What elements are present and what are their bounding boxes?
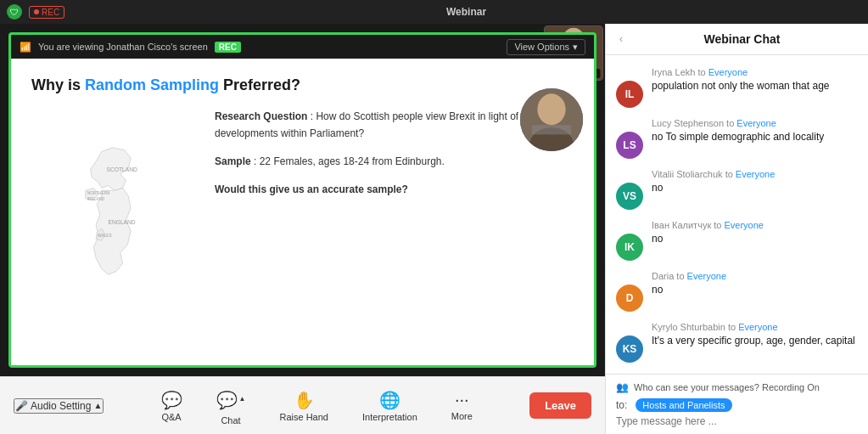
- audio-setting-label: Audio Setting: [31, 400, 91, 412]
- chat-caret-icon: ▲: [239, 395, 246, 403]
- toolbar-left: 🎤 Audio Setting ▲: [14, 398, 104, 414]
- message-text: population not only the woman that age: [652, 79, 858, 93]
- recording-status: Who can see your messages? Recording On: [634, 382, 820, 392]
- interpretation-button[interactable]: 🌐 Interpretation: [357, 386, 423, 426]
- video-main: Jonathan Cisco ⤢ ⊞ 📶 You are viewing Jon…: [0, 24, 605, 376]
- sender-name: Іван Калитчук: [652, 220, 711, 230]
- signal-icon: 📶: [20, 42, 31, 53]
- chat-input-row: [616, 415, 858, 427]
- to-text: to: [726, 118, 736, 128]
- ni-label2: IRELAND: [87, 197, 105, 201]
- svg-rect-6: [532, 125, 571, 134]
- message-body: Lucy Stephenson to Everyone no To simple…: [652, 118, 858, 144]
- message-meta: Lucy Stephenson to Everyone: [652, 118, 858, 128]
- svg-point-4: [537, 93, 565, 125]
- sender-name: Kyrylo Shturbabin: [652, 322, 725, 332]
- toolbar-right: Leave: [529, 392, 591, 419]
- avatar-circle: IK: [616, 234, 643, 261]
- chevron-up-icon: ▲: [93, 401, 102, 410]
- message-meta: Daria to Everyone: [652, 271, 858, 281]
- avatar-circle: D: [616, 285, 643, 312]
- message-body: Iryna Lekh to Everyone population not on…: [652, 67, 858, 93]
- chat-icon-row: 💬 ▲: [211, 386, 251, 414]
- message-meta: Vitalii Stoliarchuk to Everyone: [652, 169, 858, 179]
- chevron-down-icon: ▾: [573, 42, 578, 53]
- avatar-circle: LS: [616, 132, 643, 159]
- chat-panel: ‹ Webinar Chat IL Iryna Lekh to Everyone…: [605, 24, 868, 434]
- chat-message: IL Iryna Lekh to Everyone population not…: [606, 62, 868, 113]
- recipient-name: Everyone: [736, 169, 775, 179]
- to-text: to: [728, 322, 738, 332]
- viewing-text: You are viewing Jonathan Cisco's screen: [38, 42, 208, 52]
- to-text: to: [714, 220, 724, 230]
- rec-label: REC: [215, 42, 241, 53]
- slide-content: Why is Random Sampling Preferred?: [11, 59, 594, 365]
- more-button[interactable]: ··· More: [446, 386, 478, 425]
- presentation-content: Why is Random Sampling Preferred?: [11, 59, 594, 365]
- chat-title: Webinar Chat: [630, 32, 854, 46]
- avatar-circle: KS: [616, 335, 643, 363]
- back-arrow-icon[interactable]: ‹: [619, 33, 623, 45]
- screen-share-bar: 📶 You are viewing Jonathan Cisco's scree…: [11, 35, 594, 59]
- to-text: to: [725, 169, 736, 179]
- chat-input[interactable]: [616, 415, 858, 427]
- recipient-name: Everyone: [725, 220, 764, 230]
- more-icon: ···: [455, 390, 469, 409]
- chat-messages: IL Iryna Lekh to Everyone population not…: [606, 55, 868, 374]
- leave-button[interactable]: Leave: [529, 392, 591, 419]
- message-body: Kyrylo Shturbabin to Everyone It's a ver…: [652, 322, 858, 348]
- recipient-name: Everyone: [708, 67, 748, 77]
- raise-hand-button[interactable]: ✋ Raise Hand: [274, 386, 333, 426]
- message-body: Daria to Everyone no: [652, 271, 858, 297]
- audio-setting-button[interactable]: 🎤 Audio Setting ▲: [14, 398, 104, 414]
- participant-avatar: [520, 88, 583, 151]
- chat-message: D Daria to Everyone no: [606, 266, 868, 317]
- chat-message: LS Lucy Stephenson to Everyone no To sim…: [606, 113, 868, 164]
- message-text: no: [652, 232, 858, 246]
- sender-name: Lucy Stephenson: [652, 118, 724, 128]
- chat-footer: 👥 Who can see your messages? Recording O…: [606, 374, 868, 434]
- hosts-panelists-badge[interactable]: Hosts and Panelists: [636, 398, 731, 412]
- slide-title: Why is Random Sampling Preferred?: [31, 76, 574, 95]
- to-text: to: [697, 67, 708, 77]
- slide-body: SCOTLAND NORTHERN IRELAND WALES ENGLAND …: [31, 109, 574, 348]
- message-body: Іван Калитчук to Everyone no: [652, 220, 858, 246]
- recipient-name: Everyone: [738, 322, 777, 332]
- recipient-name: Everyone: [736, 118, 776, 128]
- qa-icon: 💬: [161, 390, 182, 410]
- toolbar-center: 💬 Q&A 💬 ▲ Chat ✋ Raise Hand: [104, 386, 529, 426]
- message-meta: Іван Калитчук to Everyone: [652, 220, 858, 230]
- rec-dot: [34, 9, 39, 14]
- rec-badge: REC: [29, 6, 64, 19]
- microphone-icon: 🎤: [15, 400, 28, 412]
- main-content: Jonathan Cisco ⤢ ⊞ 📶 You are viewing Jon…: [0, 24, 868, 434]
- message-text: no: [652, 283, 858, 297]
- sender-name: Daria: [652, 271, 674, 281]
- to-text: to: [676, 271, 686, 281]
- chat-button[interactable]: 💬 ▲: [211, 386, 251, 414]
- map-area: SCOTLAND NORTHERN IRELAND WALES ENGLAND: [31, 109, 201, 348]
- recipient-name: Everyone: [687, 271, 726, 281]
- avatar-circle: VS: [616, 183, 643, 210]
- more-label: More: [451, 411, 473, 421]
- message-text: no: [652, 181, 858, 195]
- sender-name: Iryna Lekh: [652, 67, 695, 77]
- security-shield-icon: 🛡: [7, 4, 22, 20]
- slide-text: Research Question : How do Scottish peop…: [215, 109, 574, 348]
- window-title: Webinar: [71, 6, 861, 18]
- england-label: ENGLAND: [108, 219, 135, 225]
- qa-button[interactable]: 💬 Q&A: [156, 386, 188, 426]
- chat-label: Chat: [221, 415, 240, 426]
- message-meta: Iryna Lekh to Everyone: [652, 67, 858, 77]
- ni-label: NORTHERN: [87, 191, 110, 195]
- people-icon: 👥: [616, 381, 629, 393]
- screen-share-container: 📶 You are viewing Jonathan Cisco's scree…: [8, 32, 596, 368]
- wales-label: WALES: [98, 234, 111, 238]
- chat-header: ‹ Webinar Chat: [606, 24, 868, 55]
- interpretation-icon: 🌐: [379, 390, 400, 410]
- chat-icon: 💬: [216, 390, 238, 410]
- view-options-button[interactable]: View Options ▾: [507, 39, 585, 55]
- chat-message: KS Kyrylo Shturbabin to Everyone It's a …: [606, 317, 868, 368]
- qa-label: Q&A: [161, 412, 181, 422]
- message-text: no To simple demographic and locality: [652, 130, 858, 144]
